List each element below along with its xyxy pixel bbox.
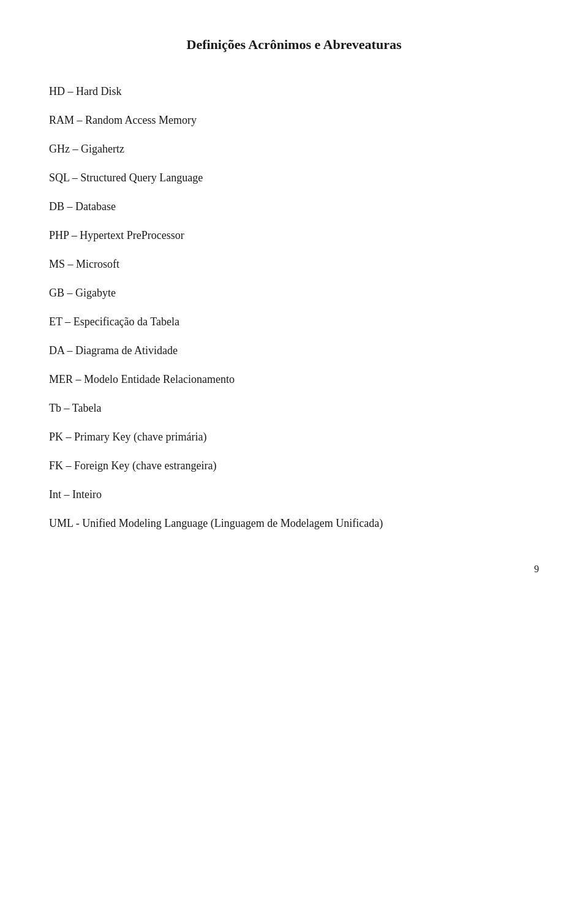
list-item-mer: MER – Modelo Entidade Relacionamento <box>49 371 539 388</box>
list-item-et: ET – Especificação da Tabela <box>49 314 539 330</box>
list-item-ram: RAM – Random Access Memory <box>49 112 539 129</box>
list-item-gb: GB – Gigabyte <box>49 285 539 301</box>
list-item-db: DB – Database <box>49 198 539 215</box>
page-container: Definições Acrônimos e Abreveaturas HD –… <box>0 0 588 593</box>
list-item-hd: HD – Hard Disk <box>49 83 539 100</box>
list-item-pk: PK – Primary Key (chave primária) <box>49 429 539 445</box>
list-item-da: DA – Diagrama de Atividade <box>49 342 539 359</box>
list-item-uml: UML - Unified Modeling Language (Linguag… <box>49 515 539 532</box>
list-item-tb: Tb – Tabela <box>49 400 539 417</box>
list-item-ms: MS – Microsoft <box>49 256 539 273</box>
page-title: Definições Acrônimos e Abreveaturas <box>49 37 539 53</box>
definitions-list: HD – Hard DiskRAM – Random Access Memory… <box>49 83 539 532</box>
list-item-fk: FK – Foreign Key (chave estrangeira) <box>49 458 539 474</box>
list-item-sql: SQL – Structured Query Language <box>49 170 539 186</box>
page-number: 9 <box>534 564 539 575</box>
list-item-ghz: GHz – Gigahertz <box>49 141 539 157</box>
list-item-int: Int – Inteiro <box>49 486 539 503</box>
list-item-php: PHP – Hypertext PreProcessor <box>49 227 539 244</box>
